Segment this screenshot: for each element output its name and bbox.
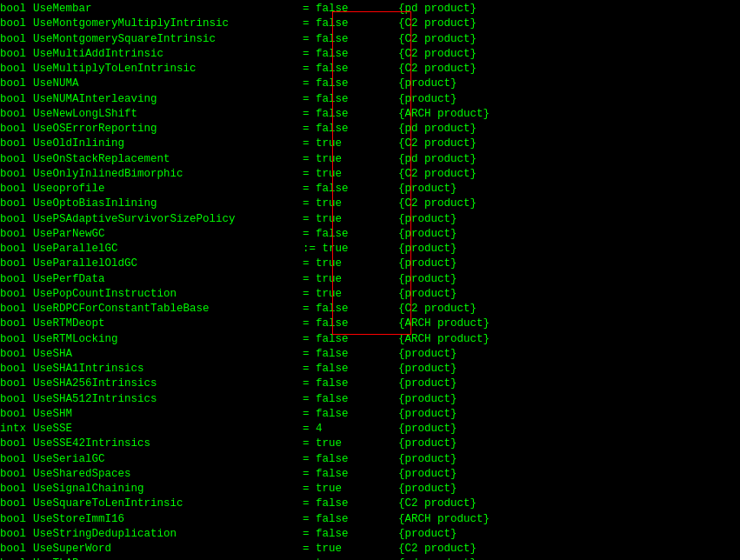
product-cell: {product} — [398, 227, 457, 242]
product-cell: {C2 product} — [398, 137, 477, 151]
type-cell: bool — [0, 332, 33, 347]
name-cell: UseMultiplyToLenIntrinsic — [33, 62, 303, 77]
type-cell: bool — [0, 17, 33, 31]
value-cell: = false — [303, 497, 398, 511]
value-cell: = false — [303, 392, 398, 407]
type-cell: bool — [0, 377, 33, 391]
name-cell: UseSHA512Intrinsics — [33, 392, 303, 407]
product-cell: {C2 product} — [398, 167, 477, 182]
table-row: boolUseStoreImmI16= false{ARCH product} — [0, 512, 740, 527]
type-cell: bool — [0, 32, 33, 47]
name-cell: UsePopCountInstruction — [33, 287, 303, 302]
value-cell: = true — [303, 287, 398, 302]
name-cell: UsePSAdaptiveSurvivorSizePolicy — [33, 212, 303, 227]
value-cell: = false — [303, 452, 398, 467]
product-cell: {C2 product} — [398, 302, 477, 317]
value-cell: = true — [303, 197, 398, 211]
name-cell: Useoprofile — [33, 182, 303, 197]
type-cell: bool — [0, 362, 33, 377]
name-cell: UseSHM — [33, 407, 303, 422]
name-cell: UseOnStackReplacement — [33, 152, 303, 167]
name-cell: UseSquareToLenIntrinsic — [33, 497, 303, 511]
table-row: boolUseSHM= false{product} — [0, 407, 740, 422]
table-row: boolUseSharedSpaces= false{product} — [0, 467, 740, 482]
value-cell: = false — [303, 467, 398, 482]
type-cell: bool — [0, 452, 33, 467]
product-cell: {product} — [398, 452, 457, 467]
type-cell: bool — [0, 437, 33, 451]
table-row: intxUseSSE= 4{product} — [0, 422, 740, 437]
table-row: boolUseTLAB= true{pd product} — [0, 557, 740, 560]
value-cell: = false — [303, 332, 398, 347]
product-cell: {ARCH product} — [398, 317, 490, 331]
table-row: boolUsePSAdaptiveSurvivorSizePolicy= tru… — [0, 212, 740, 227]
name-cell: UseParallelGC — [33, 242, 303, 257]
product-cell: {C2 product} — [398, 497, 477, 511]
value-cell: = false — [303, 512, 398, 527]
name-cell: UseNUMA — [33, 77, 303, 91]
name-cell: UseSHA1Intrinsics — [33, 362, 303, 377]
type-cell: intx — [0, 422, 33, 437]
product-cell: {C2 product} — [398, 32, 477, 47]
type-cell: bool — [0, 152, 33, 167]
product-cell: {product} — [398, 377, 457, 391]
product-cell: {pd product} — [398, 2, 477, 17]
value-cell: = false — [303, 347, 398, 362]
value-cell: = false — [303, 407, 398, 422]
value-cell: = true — [303, 272, 398, 287]
product-cell: {pd product} — [398, 557, 477, 560]
value-cell: = false — [303, 17, 398, 31]
table-row: boolUseParallelGC:= true{product} — [0, 242, 740, 257]
type-cell: bool — [0, 467, 33, 482]
table-row: boolUseOptoBiasInlining= true{C2 product… — [0, 197, 740, 211]
product-cell: {ARCH product} — [398, 107, 490, 122]
type-cell: bool — [0, 257, 33, 271]
value-cell: = false — [303, 32, 398, 47]
value-cell: = true — [303, 437, 398, 451]
product-cell: {product} — [398, 437, 457, 451]
product-cell: {product} — [398, 527, 457, 542]
product-cell: {product} — [398, 362, 457, 377]
table-row: boolUseRTMDeopt= false{ARCH product} — [0, 317, 740, 331]
table-row: boolUsePopCountInstruction= true{product… — [0, 287, 740, 302]
table-row: boolUseMontgomeryMultiplyIntrinsic= fals… — [0, 17, 740, 31]
value-cell: = true — [303, 167, 398, 182]
type-cell: bool — [0, 137, 33, 151]
table-row: boolUseSHA1Intrinsics= false{product} — [0, 362, 740, 377]
value-cell: = false — [303, 122, 398, 137]
name-cell: UseMultiAddIntrinsic — [33, 47, 303, 62]
name-cell: UseSerialGC — [33, 452, 303, 467]
product-cell: {product} — [398, 257, 457, 271]
name-cell: UseMontgomeryMultiplyIntrinsic — [33, 17, 303, 31]
terminal-output: boolUseMembar= false{pd product}boolUseM… — [0, 0, 740, 560]
product-cell: {product} — [398, 212, 457, 227]
product-cell: {pd product} — [398, 152, 477, 167]
name-cell: UsePerfData — [33, 272, 303, 287]
name-cell: UseRTMDeopt — [33, 317, 303, 331]
table-row: boolUseNewLongLShift= false{ARCH product… — [0, 107, 740, 122]
name-cell: UseMontgomerySquareIntrinsic — [33, 32, 303, 47]
name-cell: UseTLAB — [33, 557, 303, 560]
value-cell: = true — [303, 152, 398, 167]
product-cell: {product} — [398, 242, 457, 257]
name-cell: UseNUMAInterleaving — [33, 92, 303, 107]
type-cell: bool — [0, 497, 33, 511]
product-cell: {product} — [398, 182, 457, 197]
name-cell: UseMembar — [33, 2, 303, 17]
value-cell: = false — [303, 2, 398, 17]
product-cell: {product} — [398, 392, 457, 407]
value-cell: = false — [303, 77, 398, 91]
product-cell: {ARCH product} — [398, 332, 490, 347]
type-cell: bool — [0, 482, 33, 497]
value-cell: = false — [303, 527, 398, 542]
table-row: boolUseNUMAInterleaving= false{product} — [0, 92, 740, 107]
product-cell: {C2 product} — [398, 197, 477, 211]
type-cell: bool — [0, 2, 33, 17]
table-row: boolUseOnStackReplacement= true{pd produ… — [0, 152, 740, 167]
type-cell: bool — [0, 392, 33, 407]
product-cell: {C2 product} — [398, 542, 477, 557]
product-cell: {product} — [398, 482, 457, 497]
type-cell: bool — [0, 407, 33, 422]
product-cell: {product} — [398, 347, 457, 362]
table-row: boolUseMontgomerySquareIntrinsic= false{… — [0, 32, 740, 47]
